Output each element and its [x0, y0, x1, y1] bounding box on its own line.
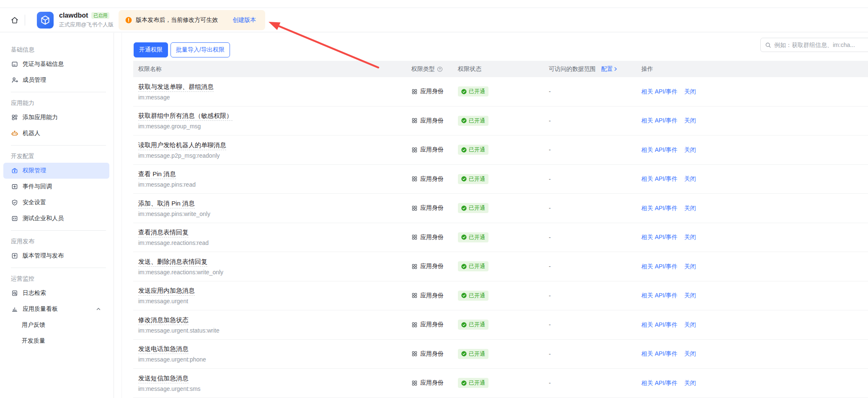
- table-row: 添加、取消 Pin 消息im:message.pins:write_only应用…: [133, 194, 868, 223]
- user-plus-icon: [11, 77, 18, 83]
- batch-import-export-button[interactable]: 批量导入/导出权限: [170, 42, 230, 57]
- sidebar-item-成员管理[interactable]: 成员管理: [3, 72, 109, 88]
- close-permission-link[interactable]: 关闭: [684, 175, 696, 182]
- briefcase-lock-icon: [11, 167, 18, 174]
- sidebar-item-日志检索[interactable]: 日志检索: [3, 285, 109, 301]
- permission-name[interactable]: 发送短信加急消息: [138, 374, 189, 383]
- related-api-events-link[interactable]: 相关 API/事件: [641, 117, 677, 124]
- permission-name[interactable]: 修改消息加急状态: [138, 316, 189, 325]
- permission-name[interactable]: 读取用户发给机器人的单聊消息: [138, 141, 226, 150]
- create-version-link[interactable]: 创建版本: [232, 16, 256, 24]
- table-row: 获取群组中所有消息（敏感权限）im:message.group_msg应用身份已…: [133, 107, 868, 136]
- actions-cell: 相关 API/事件关闭: [641, 321, 868, 329]
- related-api-events-link[interactable]: 相关 API/事件: [641, 234, 677, 240]
- app-identity-icon: [411, 380, 418, 386]
- related-api-events-link[interactable]: 相关 API/事件: [641, 350, 677, 357]
- sidebar-item-事件与回调[interactable]: 事件与回调: [3, 179, 109, 195]
- related-api-events-link[interactable]: 相关 API/事件: [641, 175, 677, 182]
- app-identity-icon: [411, 88, 418, 95]
- close-permission-link[interactable]: 关闭: [684, 263, 696, 270]
- check-circle-icon: [461, 351, 467, 356]
- related-api-events-link[interactable]: 相关 API/事件: [641, 146, 677, 153]
- configure-link[interactable]: 配置: [601, 65, 618, 73]
- home-icon: [10, 16, 19, 24]
- related-api-events-link[interactable]: 相关 API/事件: [641, 263, 677, 270]
- data-range-cell: -: [549, 176, 641, 182]
- related-api-events-link[interactable]: 相关 API/事件: [641, 292, 677, 299]
- permission-name-cell: 获取群组中所有消息（敏感权限）im:message.group_msg: [133, 112, 411, 130]
- close-permission-link[interactable]: 关闭: [684, 205, 696, 211]
- home-button[interactable]: [10, 16, 19, 25]
- app-identity-icon: [411, 292, 418, 299]
- search-box: [760, 38, 868, 52]
- permission-name[interactable]: 获取与发送单聊、群组消息: [138, 83, 214, 92]
- related-api-events-link[interactable]: 相关 API/事件: [641, 88, 677, 95]
- permission-status-cell: 已开通: [458, 203, 549, 213]
- status-label: 已开通: [469, 234, 485, 241]
- permission-name[interactable]: 获取群组中所有消息（敏感权限）: [138, 112, 232, 121]
- permission-type-label: 应用身份: [420, 292, 444, 299]
- close-permission-link[interactable]: 关闭: [684, 321, 696, 328]
- content-divider: [121, 33, 122, 398]
- related-api-events-link[interactable]: 相关 API/事件: [641, 380, 677, 386]
- sidebar-item-版本管理与发布[interactable]: 版本管理与发布: [3, 248, 109, 264]
- help-icon[interactable]: [437, 66, 443, 72]
- close-permission-link[interactable]: 关闭: [684, 380, 696, 386]
- sidebar-item-安全设置[interactable]: 安全设置: [3, 195, 109, 211]
- sidebar-item-label: 成员管理: [23, 76, 46, 84]
- app-enabled-badge: 已启用: [91, 12, 109, 19]
- app-identity-icon: [411, 205, 418, 211]
- chevron-up-icon[interactable]: [96, 307, 101, 312]
- permission-type-label: 应用身份: [420, 204, 444, 212]
- table-row: 发送、删除消息表情回复im:message.reactions:write_on…: [133, 252, 868, 281]
- search-input[interactable]: [774, 42, 868, 48]
- permission-name[interactable]: 查看消息表情回复: [138, 228, 189, 237]
- permission-type-cell: 应用身份: [411, 117, 458, 125]
- sidebar-subitem-用户反馈[interactable]: 用户反馈: [3, 317, 109, 333]
- close-permission-link[interactable]: 关闭: [684, 350, 696, 357]
- sidebar-item-测试企业和人员[interactable]: 测试企业和人员: [3, 211, 109, 226]
- related-api-events-link[interactable]: 相关 API/事件: [641, 321, 677, 328]
- sidebar-item-添加应用能力[interactable]: 添加应用能力: [3, 109, 109, 125]
- sidebar-section-label: 开发配置: [11, 152, 114, 160]
- main-content: 开通权限 批量导入/导出权限 权限名称 权限类型: [114, 33, 868, 398]
- sidebar-divider: [11, 145, 106, 146]
- permission-name[interactable]: 发送应用内加急消息: [138, 286, 195, 296]
- permission-scope: im:message.pins:write_only: [138, 211, 411, 217]
- open-permission-button[interactable]: 开通权限: [134, 42, 168, 57]
- permission-status-cell: 已开通: [458, 349, 549, 359]
- close-permission-link[interactable]: 关闭: [684, 234, 696, 240]
- sidebar-divider: [11, 92, 106, 92]
- sidebar-item-权限管理[interactable]: 权限管理: [3, 163, 109, 179]
- sidebar-item-label: 权限管理: [23, 167, 46, 174]
- status-badge: 已开通: [458, 203, 488, 213]
- robot-icon: [11, 130, 18, 137]
- permission-type-cell: 应用身份: [411, 321, 458, 328]
- permission-name[interactable]: 添加、取消 Pin 消息: [138, 199, 195, 208]
- app-identity-icon: [411, 176, 418, 182]
- permission-status-cell: 已开通: [458, 86, 549, 96]
- status-badge: 已开通: [458, 174, 488, 184]
- sidebar-item-应用质量看板[interactable]: 应用质量看板: [3, 301, 109, 317]
- related-api-events-link[interactable]: 相关 API/事件: [641, 205, 677, 211]
- sidebar-item-机器人[interactable]: 机器人: [3, 125, 109, 141]
- permission-type-cell: 应用身份: [411, 379, 458, 387]
- permission-type-label: 应用身份: [420, 234, 444, 241]
- close-permission-link[interactable]: 关闭: [684, 146, 696, 153]
- permission-scope: im:message: [138, 94, 411, 101]
- permission-type-cell: 应用身份: [411, 263, 458, 270]
- permission-name[interactable]: 发送电话加急消息: [138, 345, 189, 354]
- sidebar-section-label: 应用能力: [11, 99, 114, 107]
- data-range-cell: -: [549, 146, 641, 153]
- permission-type-cell: 应用身份: [411, 234, 458, 241]
- close-permission-link[interactable]: 关闭: [684, 117, 696, 124]
- sidebar-subitem-开发质量[interactable]: 开发质量: [3, 333, 109, 349]
- close-permission-link[interactable]: 关闭: [684, 292, 696, 299]
- sidebar-item-凭证与基础信息[interactable]: 凭证与基础信息: [3, 56, 109, 72]
- permission-name[interactable]: 查看 Pin 消息: [138, 170, 176, 179]
- permission-name[interactable]: 发送、删除消息表情回复: [138, 258, 207, 267]
- sidebar-item-label: 日志检索: [23, 289, 46, 297]
- sidebar-subitem-label: 开发质量: [22, 337, 45, 345]
- close-permission-link[interactable]: 关闭: [684, 88, 696, 95]
- data-range-cell: -: [549, 117, 641, 124]
